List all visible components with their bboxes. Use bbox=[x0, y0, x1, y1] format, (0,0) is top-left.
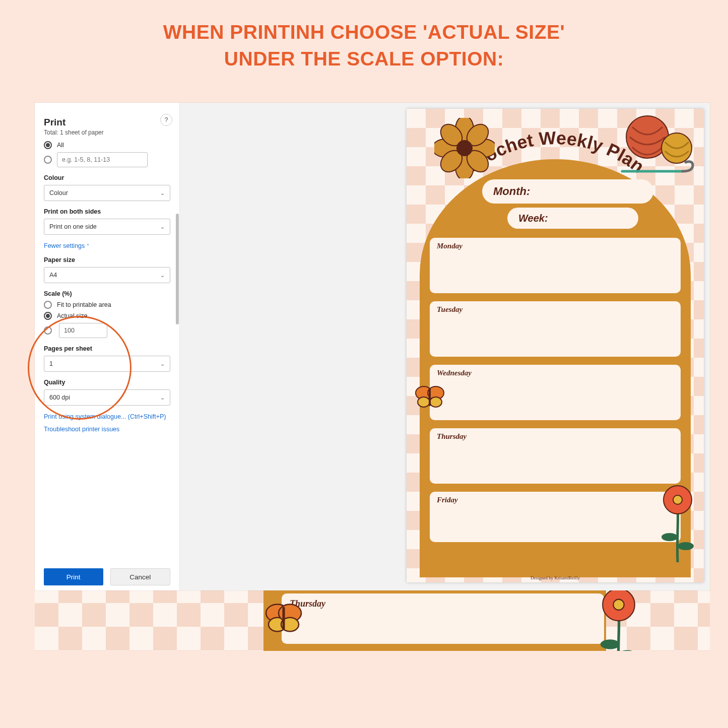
dialog-actions: Print Cancel bbox=[44, 568, 170, 585]
colour-select[interactable]: Colour ⌄ bbox=[44, 185, 170, 201]
day-label: Tuesday bbox=[437, 305, 462, 314]
week-field: Week: bbox=[507, 208, 638, 229]
month-field: Month: bbox=[482, 179, 653, 204]
quality-select[interactable]: 600 dpi ⌄ bbox=[44, 389, 170, 406]
svg-point-22 bbox=[418, 397, 430, 407]
day-row: Wednesday bbox=[430, 365, 681, 420]
both-sides-label: Print on both sides bbox=[44, 208, 170, 215]
fit-label: Fit to printable area bbox=[57, 301, 111, 308]
instruction-heading: WHEN PRINTINH CHOOSE 'ACTUAL SIZE' UNDER… bbox=[0, 0, 728, 72]
day-label: Wednesday bbox=[437, 369, 472, 377]
pps-select[interactable]: 1 ⌄ bbox=[44, 356, 170, 372]
designed-by: Designed by KrisandReilly bbox=[407, 575, 704, 580]
custom-pages-input[interactable] bbox=[57, 152, 148, 167]
troubleshoot-link[interactable]: Troubleshoot printer issues bbox=[44, 426, 119, 432]
day-row: Thursday bbox=[430, 428, 681, 484]
svg-rect-25 bbox=[429, 388, 431, 406]
actual-label: Actual size bbox=[57, 312, 87, 319]
system-dialog-link[interactable]: Print using system dialogue... (Ctrl+Shi… bbox=[44, 413, 166, 420]
radio-fit-printable[interactable]: Fit to printable area bbox=[44, 301, 170, 309]
radio-icon bbox=[44, 326, 52, 335]
flower-icon bbox=[586, 590, 651, 651]
radio-custom-scale[interactable] bbox=[44, 323, 170, 338]
page-preview: Crochet Weekly Plan Month: Week: Monday … bbox=[407, 109, 704, 582]
svg-point-24 bbox=[430, 397, 442, 407]
colour-value: Colour bbox=[49, 189, 68, 196]
day-row: Thursday bbox=[282, 593, 604, 644]
print-preview-area: Crochet Weekly Plan Month: Week: Monday … bbox=[180, 103, 710, 590]
svg-point-18 bbox=[456, 140, 473, 156]
print-title: Print bbox=[44, 117, 170, 128]
heading-line1: WHEN PRINTINH CHOOSE 'ACTUAL SIZE' bbox=[0, 19, 728, 46]
scale-label: Scale (%) bbox=[44, 290, 170, 297]
radio-icon bbox=[44, 141, 52, 149]
print-dialog-window: ? Print Total: 1 sheet of paper All Colo… bbox=[35, 103, 710, 590]
day-row: Friday bbox=[430, 492, 681, 542]
paper-size-select[interactable]: A4 ⌄ bbox=[44, 267, 170, 283]
radio-icon bbox=[44, 301, 52, 309]
month-label: Month: bbox=[493, 185, 530, 198]
flower-icon bbox=[434, 118, 495, 178]
fewer-settings-label: Fewer settings bbox=[44, 242, 85, 249]
chevron-down-icon: ⌄ bbox=[160, 272, 165, 279]
background-planner-peek: Thursday bbox=[35, 590, 710, 651]
day-row: Tuesday bbox=[430, 301, 681, 357]
fewer-settings-link[interactable]: Fewer settings ˄ bbox=[44, 242, 89, 249]
day-label: Thursday bbox=[437, 432, 467, 441]
butterfly-icon bbox=[414, 381, 446, 413]
cancel-button[interactable]: Cancel bbox=[110, 568, 171, 585]
scrollbar-thumb[interactable] bbox=[176, 214, 179, 324]
quality-label: Quality bbox=[44, 379, 170, 386]
radio-all-pages[interactable]: All bbox=[44, 141, 170, 149]
radio-custom-pages[interactable] bbox=[44, 152, 170, 167]
flower-icon bbox=[652, 482, 703, 562]
chevron-down-icon: ⌄ bbox=[160, 394, 165, 401]
radio-icon bbox=[44, 156, 52, 164]
day-label: Friday bbox=[437, 496, 458, 504]
radio-actual-size[interactable]: Actual size bbox=[44, 312, 170, 320]
svg-rect-4 bbox=[283, 607, 285, 630]
svg-point-26 bbox=[661, 533, 678, 541]
both-sides-value: Print on one side bbox=[49, 223, 97, 230]
help-button[interactable]: ? bbox=[160, 114, 172, 126]
pps-value: 1 bbox=[49, 360, 53, 367]
radio-all-label: All bbox=[57, 142, 64, 149]
heading-line2: UNDER THE SCALE OPTION: bbox=[0, 46, 728, 73]
colour-label: Colour bbox=[44, 174, 170, 181]
svg-point-6 bbox=[618, 650, 637, 651]
chevron-up-icon: ˄ bbox=[87, 243, 89, 249]
chevron-down-icon: ⌄ bbox=[160, 361, 165, 367]
svg-point-5 bbox=[601, 639, 620, 649]
svg-point-29 bbox=[673, 495, 682, 504]
paper-size-value: A4 bbox=[49, 272, 57, 279]
butterfly-icon bbox=[263, 595, 304, 636]
scrollbar[interactable] bbox=[175, 214, 179, 435]
print-button[interactable]: Print bbox=[44, 568, 103, 585]
custom-scale-input[interactable] bbox=[59, 323, 107, 338]
sheet-total: Total: 1 sheet of paper bbox=[44, 129, 170, 136]
print-settings-panel: ? Print Total: 1 sheet of paper All Colo… bbox=[35, 103, 180, 590]
svg-point-8 bbox=[613, 600, 624, 610]
yarn-icon bbox=[617, 112, 698, 182]
chevron-down-icon: ⌄ bbox=[160, 224, 165, 230]
svg-point-27 bbox=[678, 542, 694, 550]
radio-icon bbox=[44, 312, 52, 320]
pps-label: Pages per sheet bbox=[44, 345, 170, 352]
paper-size-label: Paper size bbox=[44, 256, 170, 263]
week-label: Week: bbox=[518, 213, 548, 224]
both-sides-select[interactable]: Print on one side ⌄ bbox=[44, 219, 170, 235]
chevron-down-icon: ⌄ bbox=[160, 190, 165, 196]
day-label: Monday bbox=[437, 242, 462, 250]
day-row: Monday bbox=[430, 238, 681, 293]
quality-value: 600 dpi bbox=[49, 394, 70, 401]
